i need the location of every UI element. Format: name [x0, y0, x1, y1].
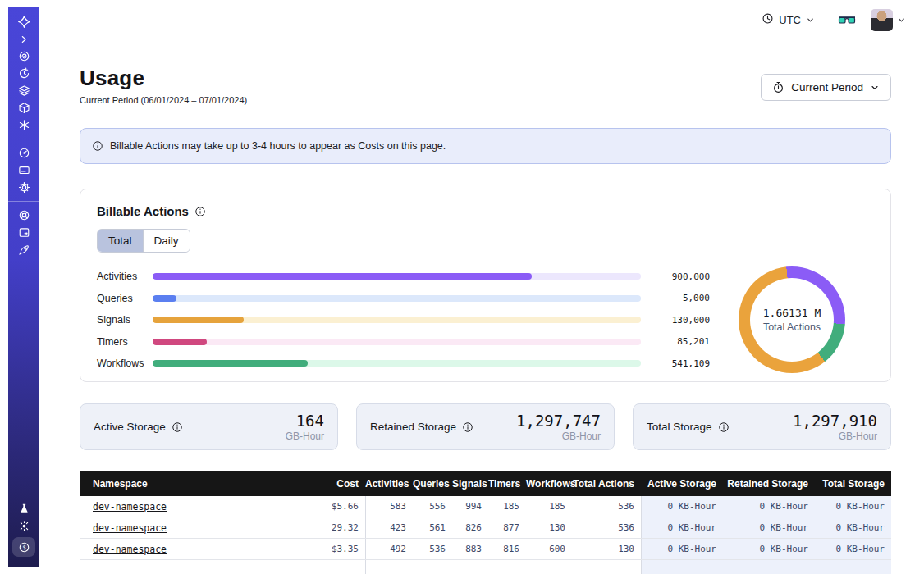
donut-center: 1.66131 M Total Actions [750, 278, 834, 362]
storage-cards: Active Storage 164 GB-Hour Retained Stor… [80, 403, 891, 450]
table-row-partial [80, 560, 891, 574]
storage-card-label: Active Storage [94, 421, 166, 433]
chevron-down-icon [806, 16, 815, 25]
billable-actions-card: Billable Actions Total Daily Activities … [80, 189, 891, 382]
temporal-logo-icon[interactable] [8, 13, 39, 30]
clock-reload-schedules-icon[interactable] [8, 65, 39, 82]
storage-value: 1,297,747 [516, 412, 601, 430]
bar-fill [153, 317, 244, 323]
layers-icon[interactable] [8, 82, 39, 99]
bar-value: 900,000 [641, 271, 710, 282]
bar-track [153, 295, 641, 302]
cell-timers: 816 [488, 539, 526, 559]
bar-chart: Activities 900,000 Queries 5,000 Signals… [97, 266, 710, 375]
storage-unit: GB-Hour [286, 430, 324, 442]
bar-value: 130,000 [641, 315, 710, 326]
cell-queries: 536 [413, 539, 452, 559]
storage-unit: GB-Hour [516, 430, 601, 442]
cell-cost: $3.35 [296, 539, 365, 559]
table-row: dev-namespace $3.35 492 536 883 816 600 … [80, 539, 891, 560]
total-actions-label: Total Actions [763, 321, 821, 333]
namespace-usage-table: Namespace Cost Activities Queries Signal… [80, 472, 891, 574]
cell-workflows: 600 [526, 539, 572, 559]
bar-row-signals: Signals 130,000 [97, 309, 710, 331]
cell-total-actions: 536 [572, 496, 641, 517]
bar-row-workflows: Workflows 541,109 [97, 353, 710, 375]
active-item-highlight: $ [12, 537, 35, 557]
topbar: UTC [39, 7, 917, 34]
table-row: dev-namespace 29.32 423 561 826 877 130 … [80, 517, 891, 539]
col-total-storage: Total Storage [815, 478, 891, 490]
namespace-link[interactable]: dev-namespace [93, 544, 167, 555]
storage-card-label: Total Storage [647, 421, 712, 433]
timezone-selector[interactable]: UTC [762, 12, 815, 28]
dollar-coin-usage-icon[interactable]: $ [8, 535, 39, 559]
info-icon[interactable] [172, 421, 183, 433]
total-daily-tabs: Total Daily [97, 229, 190, 253]
info-icon [92, 140, 103, 152]
cube-deployments-icon[interactable] [8, 99, 39, 116]
bar-track [153, 317, 641, 323]
col-timers: Timers [488, 478, 526, 490]
monitor-feedback-icon[interactable] [8, 224, 39, 241]
bar-fill [153, 360, 308, 367]
bar-label: Workflows [97, 358, 153, 369]
info-icon[interactable] [462, 421, 473, 433]
bar-label: Signals [97, 314, 153, 326]
flask-labs-icon[interactable] [8, 500, 39, 517]
asterisk-nexus-icon[interactable] [8, 116, 39, 134]
chevron-down-icon [870, 83, 880, 93]
cell-total-storage: 0 KB-Hour [815, 517, 891, 538]
info-icon[interactable] [718, 421, 730, 433]
main-content: Usage Current Period (06/01/2024 – 07/01… [80, 34, 891, 574]
table-header-row: Namespace Cost Activities Queries Signal… [80, 472, 891, 496]
lifebuoy-support-icon[interactable] [8, 207, 39, 224]
rocket-getting-started-icon[interactable] [8, 241, 39, 258]
bar-row-timers: Timers 85,201 [97, 331, 710, 353]
spiral-namespaces-icon[interactable] [8, 48, 39, 65]
expand-chevron-right-icon[interactable] [8, 30, 39, 48]
bar-row-queries: Queries 5,000 [97, 288, 710, 310]
total-actions-value: 1.66131 M [763, 307, 821, 319]
clock-icon [762, 12, 774, 28]
cell-cost: $5.66 [296, 496, 365, 517]
namespace-link[interactable]: dev-namespace [93, 522, 167, 534]
tab-total[interactable]: Total [98, 230, 143, 252]
svg-text:$: $ [22, 543, 25, 550]
bar-value: 541,109 [641, 358, 710, 369]
tab-daily[interactable]: Daily [143, 230, 190, 252]
cell-signals: 994 [452, 496, 488, 517]
current-period-dropdown[interactable]: Current Period [761, 74, 891, 101]
sidebar-divider [8, 139, 39, 139]
cell-activities: 423 [365, 517, 413, 538]
cell-total-actions: 536 [572, 517, 641, 538]
active-storage-card: Active Storage 164 GB-Hour [80, 403, 338, 450]
bar-track [153, 360, 641, 367]
info-icon[interactable] [194, 206, 206, 217]
cell-active-storage: 0 KB-Hour [641, 496, 723, 517]
cell-total-storage: 0 KB-Hour [815, 539, 891, 559]
glasses-icon[interactable] [838, 14, 856, 26]
cell-queries: 561 [413, 517, 452, 538]
gauge-usage-icon[interactable] [8, 144, 39, 162]
page-subtitle: Current Period (06/01/2024 – 07/01/2024) [80, 95, 247, 105]
cell-active-storage: 0 KB-Hour [641, 517, 723, 538]
cell-signals: 826 [452, 517, 488, 538]
col-activities: Activities [365, 478, 413, 490]
bar-row-activities: Activities 900,000 [97, 266, 710, 288]
namespace-link[interactable]: dev-namespace [93, 501, 167, 512]
bar-label: Activities [97, 271, 153, 282]
credit-card-billing-icon[interactable] [8, 162, 39, 179]
gear-settings-icon[interactable] [8, 179, 39, 196]
cell-activities: 583 [365, 496, 413, 517]
cell-total-storage: 0 KB-Hour [815, 496, 891, 517]
cell-workflows: 130 [526, 517, 572, 538]
table-body: dev-namespace $5.66 583 556 994 185 185 … [80, 496, 891, 574]
donut-chart: 1.66131 M Total Actions [739, 266, 845, 373]
col-namespace: Namespace [80, 478, 296, 490]
storage-unit: GB-Hour [793, 430, 877, 442]
banner-text: Billable Actions may take up to 3-4 hour… [110, 140, 446, 152]
sun-theme-icon[interactable] [8, 517, 39, 535]
user-menu[interactable] [871, 9, 906, 31]
billable-actions-title: Billable Actions [97, 204, 189, 218]
